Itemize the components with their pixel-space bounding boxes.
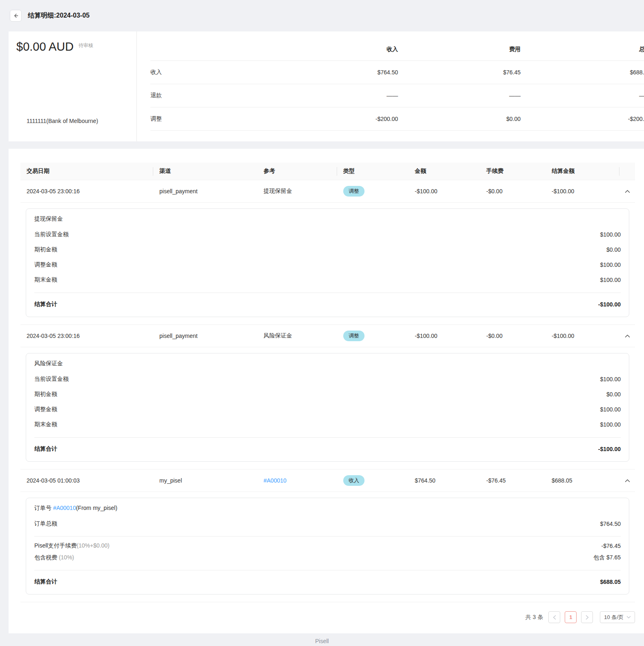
payment-fee-line: Pisell支付手续费(10%+$0.00) -$76.45 (34, 540, 621, 552)
line-value: 包含 $7.65 (593, 554, 621, 561)
settlement-total-label: 结算合计 (34, 578, 57, 586)
summary-row-label: 调整 (150, 115, 261, 123)
line-value: $100.00 (600, 406, 621, 413)
type-badge: 收入 (343, 475, 364, 486)
summary-col-fee: 费用 (398, 46, 521, 53)
line-label: 期末金额 (34, 421, 57, 428)
cell-channel: pisell_payment (153, 188, 257, 194)
line-value: $0.00 (606, 391, 621, 398)
transactions-card: 交易日期 渠道 参考 类型 金额 手续费 结算金额 2024-03-05 23:… (9, 149, 644, 633)
cell-settlement: -$100.00 (546, 188, 619, 194)
settlement-total-line: 结算合计 $688.05 (34, 570, 621, 594)
transaction-row: 2024-03-05 01:00:03 my_pisel #A00010 收入 … (20, 469, 635, 492)
status-badge: 待审核 (78, 42, 93, 49)
summary-col-income: 收入 (261, 46, 398, 53)
order-number-line: 订单号 #A00010(From my_pisel) (34, 503, 621, 513)
th-reference: 参考 (257, 163, 337, 180)
reference-link[interactable]: #A00010 (264, 477, 286, 484)
income-value: -$200.00 (261, 116, 398, 122)
footer-brand: Pisell (315, 638, 329, 644)
cell-fee: -$0.00 (480, 333, 546, 339)
line-value: $100.00 (600, 376, 621, 382)
order-from-label: (From my_pisel) (76, 505, 117, 511)
type-badge: 调整 (343, 331, 364, 341)
footer: Pisell (0, 633, 644, 645)
arrow-left-icon (13, 13, 19, 19)
summary-card: $0.00 AUD 待审核 1111111(Bank of Melbourne)… (9, 31, 644, 141)
chevron-up-icon (625, 190, 630, 193)
fee-value: $76.45 (398, 69, 521, 76)
cell-date: 2024-03-05 23:00:16 (20, 333, 153, 339)
next-page-button[interactable] (581, 611, 593, 623)
cell-reference: 提现保留金 (257, 188, 337, 195)
line-value: -$76.45 (602, 543, 621, 549)
detail-row: 风险保证金 当前设置金额 $100.00 期初金额 $0.00 调整金额 $10… (20, 347, 635, 469)
collapse-row-button[interactable] (619, 334, 635, 338)
tax-line: 包含税费 (10%) 包含 $7.65 (34, 552, 621, 563)
summary-row-label: 退款 (150, 92, 261, 99)
settlement-total-value: -$100.00 (598, 301, 621, 308)
pagination: 共 3 条 1 10 条/页 (20, 611, 635, 623)
bank-account: 1111111(Bank of Melbourne) (27, 118, 98, 124)
cell-channel: pisell_payment (153, 333, 257, 339)
page-size-select[interactable]: 10 条/页 (600, 611, 635, 623)
line-label: 包含税费 (10%) (34, 554, 74, 561)
collapse-row-button[interactable] (619, 190, 635, 193)
detail-row: 订单号 #A00010(From my_pisel) 订单总额 $764.50 … (20, 492, 635, 602)
detail-line: 当前设置金额 $100.00 (34, 371, 621, 387)
prev-page-button[interactable] (548, 611, 560, 623)
panel-title: 风险保证金 (34, 358, 621, 368)
total-value: $688.05 (521, 69, 644, 76)
cell-reference: 风险保证金 (257, 332, 337, 340)
page-size-value: 10 条/页 (604, 614, 624, 621)
page-1-button[interactable]: 1 (565, 611, 577, 623)
settlement-total-label: 结算合计 (34, 445, 57, 453)
th-amount: 金额 (409, 163, 480, 180)
settlement-total-value: -$100.00 (598, 446, 621, 452)
order-number-label: 订单号 (34, 505, 53, 511)
order-total-line: 订单总额 $764.50 (34, 516, 621, 531)
th-expand (619, 163, 635, 180)
settlement-total-label: 结算合计 (34, 301, 57, 308)
type-badge: 调整 (343, 186, 364, 197)
th-type: 类型 (337, 163, 409, 180)
summary-row-label: 收入 (150, 69, 261, 76)
line-value: $764.50 (600, 521, 621, 527)
summary-col-total: 总计 (521, 46, 644, 53)
transactions-table: 交易日期 渠道 参考 类型 金额 手续费 结算金额 2024-03-05 23:… (20, 163, 635, 602)
line-label: 当前设置金额 (34, 376, 69, 383)
th-channel: 渠道 (153, 163, 257, 180)
back-button[interactable] (10, 10, 22, 22)
income-value: $764.50 (261, 69, 398, 76)
detail-row: 提现保留金 当前设置金额 $100.00 期初金额 $0.00 调整金额 $10… (20, 203, 635, 325)
order-number-link[interactable]: #A00010 (53, 505, 76, 511)
chevron-right-icon (586, 615, 589, 620)
settlement-total-line: 结算合计 -$100.00 (34, 293, 621, 317)
page-title: 结算明细:2024-03-05 (28, 11, 89, 20)
line-label: 期末金额 (34, 276, 57, 284)
cell-amount: $764.50 (409, 477, 480, 484)
cell-date: 2024-03-05 23:00:16 (20, 188, 153, 194)
line-label: 调整金额 (34, 406, 57, 413)
chevron-down-icon (626, 616, 631, 619)
panel-title: 提现保留金 (34, 214, 621, 224)
cell-amount: -$100.00 (409, 333, 480, 339)
fee-value: $0.00 (398, 116, 521, 122)
detail-panel: 提现保留金 当前设置金额 $100.00 期初金额 $0.00 调整金额 $10… (26, 208, 629, 317)
th-settlement: 结算金额 (546, 163, 619, 180)
detail-line: 期初金额 $0.00 (34, 387, 621, 402)
transaction-row: 2024-03-05 23:00:16 pisell_payment 提现保留金… (20, 180, 635, 203)
summary-row-income: 收入 $764.50 $76.45 $688.05 (150, 61, 644, 84)
line-value: $100.00 (600, 421, 621, 428)
line-label: Pisell支付手续费(10%+$0.00) (34, 542, 110, 550)
total-value: —— (521, 92, 644, 99)
collapse-row-button[interactable] (619, 479, 635, 483)
detail-line: 调整金额 $100.00 (34, 402, 621, 417)
detail-line: 期初金额 $0.00 (34, 242, 621, 257)
chevron-left-icon (553, 615, 556, 620)
line-label: 订单总额 (34, 520, 57, 528)
line-value: $100.00 (600, 262, 621, 268)
cell-date: 2024-03-05 01:00:03 (20, 477, 153, 484)
line-value: $100.00 (600, 277, 621, 283)
total-value: -$200.00 (521, 116, 644, 122)
